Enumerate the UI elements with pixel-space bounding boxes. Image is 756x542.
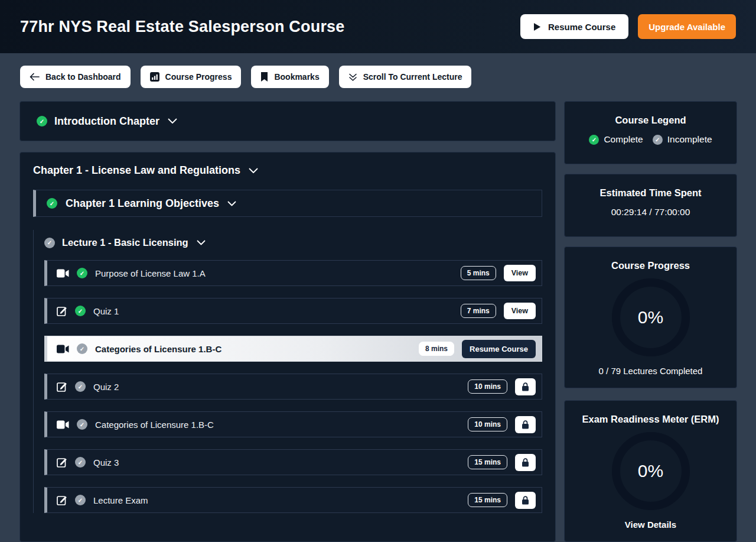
incomplete-check-icon: ✓ bbox=[75, 457, 86, 468]
lecture-item-title: Quiz 3 bbox=[93, 457, 119, 468]
chapter-1-header[interactable]: Chapter 1 - License Law and Regulations bbox=[33, 164, 542, 177]
lecture-item-title: Categories of Licensure 1.B-C bbox=[95, 420, 214, 430]
course-progress-card: Course Progress 0% 0 / 79 Lectures Compl… bbox=[564, 246, 737, 388]
progress-percent: 0% bbox=[638, 307, 663, 327]
chevron-down-icon bbox=[197, 240, 206, 245]
lecture-item-categories-of-licensure-current[interactable]: ✓ Categories of Licensure 1.B-C 8 mins R… bbox=[44, 336, 542, 362]
course-sidebar: Course Legend ✓ Complete ✓ Incomplete Es… bbox=[564, 101, 737, 542]
upgrade-available-button[interactable]: Upgrade Available bbox=[638, 14, 736, 39]
lock-icon bbox=[522, 458, 529, 467]
main-content: ✓ Introduction Chapter Chapter 1 - Licen… bbox=[0, 88, 756, 542]
incomplete-check-icon: ✓ bbox=[44, 238, 55, 248]
accordion-introduction-chapter[interactable]: ✓ Introduction Chapter bbox=[19, 101, 556, 141]
course-progress-title: Course Progress bbox=[574, 260, 727, 271]
lecture-item-title: Purpose of License Law 1.A bbox=[95, 268, 206, 278]
lock-button[interactable] bbox=[515, 416, 536, 433]
course-legend-card: Course Legend ✓ Complete ✓ Incomplete bbox=[564, 101, 737, 164]
video-icon bbox=[57, 345, 69, 353]
duration-badge: 10 mins bbox=[468, 379, 507, 394]
incomplete-check-icon: ✓ bbox=[653, 135, 663, 145]
exam-readiness-title: Exam Readiness Meter (ERM) bbox=[574, 414, 727, 425]
back-to-dashboard-button[interactable]: Back to Dashboard bbox=[20, 66, 131, 88]
chevron-down-icon bbox=[249, 168, 258, 174]
bookmarks-label: Bookmarks bbox=[274, 72, 319, 82]
header-actions: Resume Course Upgrade Available bbox=[520, 14, 736, 39]
scroll-to-current-lecture-button[interactable]: Scroll To Current Lecture bbox=[339, 66, 472, 88]
legend-incomplete: ✓ Incomplete bbox=[653, 134, 712, 145]
incomplete-check-icon: ✓ bbox=[75, 381, 86, 392]
duration-badge: 8 mins bbox=[419, 342, 454, 356]
quiz-edit-icon bbox=[57, 495, 67, 505]
incomplete-check-icon: ✓ bbox=[77, 343, 87, 354]
erm-ring: 0% bbox=[612, 432, 690, 510]
double-chevron-down-icon bbox=[348, 73, 357, 82]
chevron-down-icon bbox=[168, 118, 177, 124]
back-to-dashboard-label: Back to Dashboard bbox=[45, 72, 121, 82]
lecture-item-lecture-exam[interactable]: ✓ Lecture Exam 15 mins bbox=[44, 487, 542, 513]
accordion-chapter-1-learning-objectives[interactable]: ✓ Chapter 1 Learning Objectives bbox=[33, 190, 542, 217]
play-icon bbox=[533, 22, 541, 31]
duration-badge: 15 mins bbox=[468, 455, 507, 469]
view-button[interactable]: View bbox=[504, 303, 536, 319]
arrow-left-icon bbox=[30, 73, 40, 81]
resume-course-row-button[interactable]: Resume Course bbox=[462, 340, 536, 358]
lock-button[interactable] bbox=[515, 492, 536, 509]
incomplete-check-icon: ✓ bbox=[75, 495, 86, 505]
lecture-1-section: ✓ Lecture 1 - Basic Licensing ✓ Purpose … bbox=[33, 230, 542, 513]
chart-icon bbox=[150, 72, 159, 82]
view-button[interactable]: View bbox=[504, 265, 536, 281]
complete-check-icon: ✓ bbox=[589, 135, 599, 145]
bookmark-icon bbox=[260, 72, 268, 82]
lock-icon bbox=[522, 382, 529, 391]
resume-course-label: Resume Course bbox=[548, 22, 615, 32]
duration-badge: 5 mins bbox=[461, 266, 496, 280]
duration-badge: 15 mins bbox=[468, 493, 507, 507]
complete-check-icon: ✓ bbox=[47, 198, 57, 209]
estimated-time-title: Estimated Time Spent bbox=[574, 187, 727, 199]
resume-course-button[interactable]: Resume Course bbox=[520, 14, 628, 39]
lock-icon bbox=[522, 496, 529, 505]
lecture-item-quiz-3[interactable]: ✓ Quiz 3 15 mins bbox=[44, 449, 542, 475]
lecture-1-title: Lecture 1 - Basic Licensing bbox=[62, 237, 188, 248]
complete-check-icon: ✓ bbox=[37, 116, 47, 126]
legend-complete: ✓ Complete bbox=[589, 134, 643, 145]
toolbar: Back to Dashboard Course Progress Bookma… bbox=[0, 53, 756, 88]
course-legend-title: Course Legend bbox=[574, 115, 727, 126]
page-title: 77hr NYS Real Estate Salesperson Course bbox=[20, 18, 345, 36]
duration-badge: 7 mins bbox=[461, 304, 496, 318]
progress-ring: 0% bbox=[612, 278, 690, 356]
lecture-item-purpose-of-license-law[interactable]: ✓ Purpose of License Law 1.A 5 mins View bbox=[44, 260, 542, 286]
estimated-time-card: Estimated Time Spent 00:29:14 / 77:00:00 bbox=[564, 174, 737, 237]
learning-objectives-title: Chapter 1 Learning Objectives bbox=[66, 197, 219, 210]
quiz-edit-icon bbox=[57, 306, 67, 316]
lecture-item-title: Quiz 2 bbox=[93, 382, 119, 392]
complete-check-icon: ✓ bbox=[75, 306, 86, 316]
course-progress-button[interactable]: Course Progress bbox=[141, 66, 242, 88]
bookmarks-button[interactable]: Bookmarks bbox=[251, 66, 328, 88]
lecture-item-quiz-1[interactable]: ✓ Quiz 1 7 mins View bbox=[44, 298, 542, 324]
accordion-chapter-1: Chapter 1 - License Law and Regulations … bbox=[19, 152, 556, 542]
lecture-item-title: Quiz 1 bbox=[93, 306, 119, 316]
estimated-time-value: 00:29:14 / 77:00:00 bbox=[574, 207, 727, 218]
legend-row: ✓ Complete ✓ Incomplete bbox=[574, 134, 727, 145]
lecture-item-quiz-2[interactable]: ✓ Quiz 2 10 mins bbox=[44, 374, 542, 400]
view-details-link[interactable]: View Details bbox=[574, 520, 727, 530]
lock-button[interactable] bbox=[515, 378, 536, 395]
lock-button[interactable] bbox=[515, 454, 536, 471]
lecture-item-categories-of-licensure-2[interactable]: ✓ Categories of Licensure 1.B-C 10 mins bbox=[44, 411, 542, 437]
lecture-item-title: Lecture Exam bbox=[93, 495, 148, 505]
accordion-lecture-1[interactable]: ✓ Lecture 1 - Basic Licensing bbox=[44, 237, 542, 248]
video-icon bbox=[57, 269, 69, 278]
video-icon bbox=[57, 420, 69, 429]
introduction-chapter-title: Introduction Chapter bbox=[54, 115, 159, 128]
erm-percent: 0% bbox=[638, 461, 663, 481]
app-header: 77hr NYS Real Estate Salesperson Course … bbox=[0, 0, 756, 53]
scroll-to-current-lecture-label: Scroll To Current Lecture bbox=[363, 72, 462, 82]
course-progress-label: Course Progress bbox=[165, 72, 232, 82]
chapter-1-title: Chapter 1 - License Law and Regulations bbox=[33, 164, 240, 177]
duration-badge: 10 mins bbox=[468, 417, 507, 431]
lectures-completed-caption: 0 / 79 Lectures Completed bbox=[574, 366, 727, 376]
quiz-edit-icon bbox=[57, 457, 67, 468]
lock-icon bbox=[522, 420, 529, 429]
quiz-edit-icon bbox=[57, 381, 67, 392]
